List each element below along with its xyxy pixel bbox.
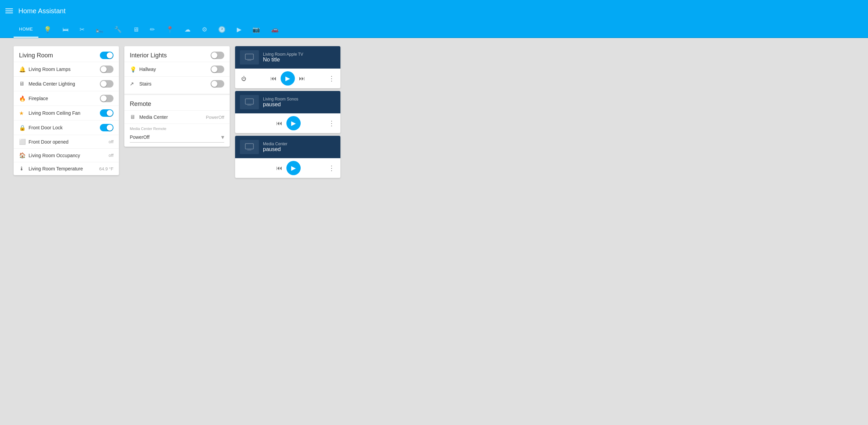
row-media-lighting: 🖥 Media Center Lighting	[14, 76, 119, 91]
stairs-label: Stairs	[139, 81, 211, 87]
apple-tv-more-button[interactable]: ⋮	[327, 73, 336, 84]
apple-tv-power-button[interactable]: ⏻	[240, 74, 248, 83]
nav-car[interactable]: 🚗	[266, 21, 284, 38]
tv-small-icon: 🖥	[19, 81, 29, 87]
main-content: Living Room 🔔 Living Room Lamps 🖥 Media …	[0, 38, 868, 186]
media-center-remote-label: Media Center	[139, 114, 206, 120]
media-center-play-button[interactable]: ▶	[286, 161, 301, 175]
fire-icon: 🔥	[19, 95, 29, 102]
media-center-thumbnail	[240, 140, 259, 154]
ceiling-fan-label: Living Room Ceiling Fan	[29, 110, 100, 116]
hallway-toggle[interactable]	[211, 66, 224, 73]
apple-tv-play-button[interactable]: ▶	[281, 71, 295, 86]
nav-map[interactable]: 📍	[161, 21, 179, 38]
living-room-toggle[interactable]	[100, 52, 113, 59]
remote-select-label: Media Center Remote	[130, 127, 224, 131]
menu-button[interactable]	[5, 8, 13, 13]
sonos-header: Living Room Sonos paused	[235, 91, 340, 113]
nav-monitor[interactable]: 🖥	[127, 21, 145, 38]
sonos-thumbnail	[240, 95, 259, 109]
sonos-more-button[interactable]: ⋮	[327, 118, 336, 129]
media-center-remote-value: PowerOff	[206, 115, 224, 120]
remote-select-row: Media Center Remote PowerOff ▾	[124, 124, 230, 147]
remote-title: Remote	[130, 100, 151, 108]
row-temperature: 🌡 Living Room Temperature 64.9 °F	[14, 162, 119, 175]
interior-lights-title: Interior Lights	[130, 52, 167, 59]
row-lamps: 🔔 Living Room Lamps	[14, 62, 119, 76]
nav-build[interactable]: 🔧	[109, 21, 127, 38]
sonos-info: Living Room Sonos paused	[263, 97, 336, 108]
chevron-down-icon: ▾	[221, 133, 224, 141]
media-center-device: Media Center	[263, 142, 336, 146]
stairs-toggle[interactable]	[211, 80, 224, 88]
lock-icon: 🔒	[19, 125, 29, 131]
svg-rect-1	[247, 60, 251, 61]
hallway-label: Hallway	[139, 67, 211, 72]
bell-icon: 🔔	[19, 66, 29, 73]
media-center-prev-button[interactable]: ⏮	[275, 163, 284, 173]
media-card-sonos: Living Room Sonos paused ⏮ ▶ ⋮	[235, 91, 340, 133]
media-card-media-center: Media Center paused ⏮ ▶ ⋮	[235, 136, 340, 178]
nav-cloud[interactable]: ☁	[179, 21, 196, 38]
remote-header: Remote	[124, 95, 230, 110]
sonos-controls: ⏮ ▶ ⋮	[235, 113, 340, 133]
row-hallway: 💡 Hallway	[124, 62, 230, 76]
interior-lights-header: Interior Lights	[124, 46, 230, 62]
apple-tv-device: Living Room Apple TV	[263, 52, 336, 57]
lamps-toggle[interactable]	[100, 66, 113, 73]
occupancy-value: off	[109, 153, 113, 158]
row-front-lock: 🔒 Front Door Lock	[14, 120, 119, 135]
nav-edit[interactable]: ✏	[144, 21, 161, 38]
front-door-value: off	[109, 139, 113, 144]
svg-rect-5	[247, 150, 251, 150]
svg-rect-4	[245, 144, 253, 149]
temperature-label: Living Room Temperature	[29, 166, 99, 171]
occupancy-label: Living Room Occupancy	[29, 153, 109, 158]
nav-settings[interactable]: ⚙	[196, 21, 213, 38]
living-room-header: Living Room	[14, 46, 119, 62]
media-players-container: Living Room Apple TV No title ⏻ ⏮ ▶ ⏭ ⋮ …	[235, 46, 340, 178]
nav-bed[interactable]: 🛏	[57, 21, 74, 38]
sonos-play-button[interactable]: ▶	[286, 116, 301, 130]
nav-time[interactable]: 🕐	[213, 21, 231, 38]
media-center-info: Media Center paused	[263, 142, 336, 152]
row-occupancy: 🏠 Living Room Occupancy off	[14, 148, 119, 162]
app-header: Home Assistant	[0, 0, 868, 22]
front-lock-toggle[interactable]	[100, 124, 113, 131]
living-room-card: Living Room 🔔 Living Room Lamps 🖥 Media …	[14, 46, 119, 175]
nav-play[interactable]: ▶	[231, 21, 247, 38]
apple-tv-prev-button[interactable]: ⏮	[269, 74, 278, 84]
media-lighting-label: Media Center Lighting	[29, 81, 100, 87]
svg-rect-3	[247, 105, 251, 106]
remote-select[interactable]: PowerOff ▾	[130, 132, 224, 143]
apple-tv-controls: ⏻ ⏮ ▶ ⏭ ⋮	[235, 69, 340, 88]
svg-rect-2	[245, 99, 253, 104]
temperature-value: 64.9 °F	[99, 166, 113, 171]
fan-icon: ★	[19, 110, 29, 116]
stairs-icon: ↗	[130, 81, 139, 87]
row-stairs: ↗ Stairs	[124, 76, 230, 91]
nav-home[interactable]: HOME	[14, 21, 38, 38]
front-door-label: Front Door opened	[29, 139, 109, 145]
nav-bar: HOME 💡 🛏 ✂ 🛌 🔧 🖥 ✏ 📍 ☁ ⚙ 🕐 ▶ 📷 🚗	[0, 22, 868, 38]
ceiling-fan-toggle[interactable]	[100, 109, 113, 117]
nav-tools[interactable]: ✂	[74, 21, 90, 38]
app-title: Home Assistant	[18, 7, 66, 15]
apple-tv-next-button[interactable]: ⏭	[298, 74, 306, 84]
media-center-more-button[interactable]: ⋮	[327, 163, 336, 173]
fireplace-toggle[interactable]	[100, 95, 113, 102]
media-center-header: Media Center paused	[235, 136, 340, 158]
row-media-center-remote: 🖥 Media Center PowerOff	[124, 110, 230, 124]
interior-lights-toggle[interactable]	[211, 52, 224, 59]
remote-select-value: PowerOff	[130, 134, 149, 140]
thermo-icon: 🌡	[19, 166, 29, 172]
nav-bulb[interactable]: 💡	[38, 21, 57, 38]
media-lighting-toggle[interactable]	[100, 80, 113, 88]
nav-camera[interactable]: 📷	[247, 21, 266, 38]
svg-rect-0	[245, 54, 253, 59]
media-center-status: paused	[263, 146, 336, 152]
nav-bedroom2[interactable]: 🛌	[90, 21, 109, 38]
sonos-prev-button[interactable]: ⏮	[275, 118, 284, 128]
interior-lights-card: Interior Lights 💡 Hallway ↗ Stairs	[124, 46, 230, 147]
media-card-apple-tv: Living Room Apple TV No title ⏻ ⏮ ▶ ⏭ ⋮	[235, 46, 340, 88]
